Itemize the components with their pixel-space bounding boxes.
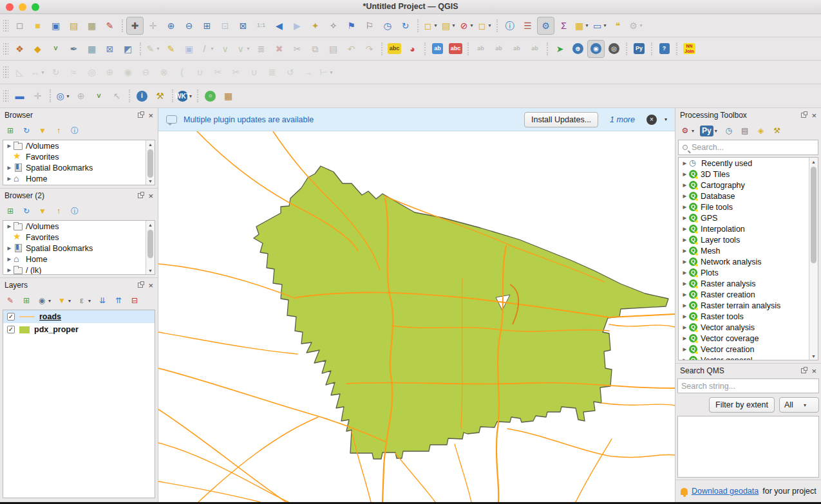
results-viewer-button[interactable]: ▤	[739, 124, 751, 138]
download-geodata-link[interactable]: Download geodata	[692, 487, 759, 496]
scrollbar-track[interactable]	[809, 165, 818, 352]
group-network-analysis[interactable]: ▶ Network analysis	[679, 256, 818, 267]
capture-extent-button[interactable]: ↖	[108, 87, 126, 105]
digitize-segment-button[interactable]: / ▾	[198, 40, 216, 58]
qms-geodata-button[interactable]: ◎	[605, 40, 623, 58]
temporal-controller-button[interactable]: ◷	[379, 17, 396, 35]
processing-toolbox-button[interactable]: ⚙	[537, 17, 554, 35]
select-features-button[interactable]: ◻ ▾	[422, 17, 439, 35]
add-ring-button[interactable]: ◎	[83, 63, 100, 81]
new-mesh-layer-button[interactable]: ◩	[119, 40, 137, 58]
style-manager-button[interactable]: ✎	[101, 17, 118, 35]
group-vector-general[interactable]: ▶ Vector general	[679, 355, 818, 360]
coordinate-info-button[interactable]: i	[133, 87, 151, 105]
layer-name-label[interactable]: pdx_proper	[34, 325, 79, 334]
capture-coordinate-button[interactable]: ⊕	[72, 87, 90, 105]
close-panel-icon[interactable]: ×	[811, 111, 816, 120]
expand-arrow-icon[interactable]: ▶	[5, 223, 14, 229]
scroll-down-button[interactable]: ▼	[146, 266, 155, 274]
close-panel-icon[interactable]: ×	[148, 111, 153, 120]
expand-arrow-icon[interactable]: ▶	[681, 204, 689, 210]
expand-arrow-icon[interactable]: ▶	[681, 324, 689, 330]
browser-item-spatial-bookmarks[interactable]: ▶ Spatial Bookmarks	[3, 243, 155, 254]
refresh-browser-button[interactable]: ↻	[20, 204, 33, 218]
zoom-to-coordinate-button[interactable]: ◎ ▾	[54, 87, 71, 105]
delete-selected-button[interactable]: ✖	[270, 40, 288, 58]
add-selected-layer-button[interactable]: ⊞	[4, 204, 17, 218]
toggle-editing-button[interactable]: ✎	[162, 40, 180, 58]
layer-visibility-checkbox[interactable]: ✓	[7, 326, 15, 333]
expand-arrow-icon[interactable]: ▶	[681, 313, 689, 319]
filter-expression-button[interactable]: ε ▾	[76, 294, 93, 308]
group-vector-coverage[interactable]: ▶ Vector coverage	[679, 333, 818, 344]
scroll-up-button[interactable]: ▲	[146, 221, 155, 229]
pan-to-coordinate-button[interactable]: ✛	[29, 87, 46, 105]
more-notifications-link[interactable]: 1 more	[610, 115, 635, 124]
dismiss-notification-icon[interactable]: ×	[646, 115, 657, 125]
expand-arrow-icon[interactable]: ▶	[5, 267, 14, 273]
group-vector-creation[interactable]: ▶ Vector creation	[679, 344, 818, 355]
history-button[interactable]: ◷	[722, 124, 735, 138]
close-panel-icon[interactable]: ×	[148, 192, 153, 200]
browser2-scrollbar[interactable]: ▲ ▼	[146, 221, 155, 274]
processing-options-button[interactable]: ⚒	[771, 124, 784, 138]
collapse-all-button[interactable]: ↑	[52, 204, 65, 218]
osm-place-search-button[interactable]: ➤	[551, 40, 569, 58]
zoom-in-button[interactable]: ⊕	[162, 17, 180, 35]
select-by-value-button[interactable]: ▤ ▾	[440, 17, 457, 35]
deselect-all-button[interactable]: ⊘ ▾	[458, 17, 475, 35]
browser-item-home[interactable]: ▶ Home	[3, 173, 155, 184]
expand-arrow-icon[interactable]: ▶	[681, 193, 689, 199]
group-raster-analysis[interactable]: ▶ Raster analysis	[679, 278, 818, 289]
zoom-last-button[interactable]: ◀	[270, 17, 288, 35]
group-vector-analysis[interactable]: ▶ Vector analysis	[679, 322, 818, 333]
expand-arrow-icon[interactable]: ▶	[681, 303, 689, 308]
rotate-label-button[interactable]: ab	[508, 40, 525, 58]
layer-item-pdx-proper[interactable]: ✓ pdx_proper	[3, 323, 155, 336]
osm-edit-button[interactable]: ▦	[220, 87, 237, 105]
split-features-button[interactable]: ✂	[209, 63, 227, 81]
qms-search-button[interactable]: ◉	[587, 40, 605, 58]
expand-arrow-icon[interactable]: ▶	[681, 215, 689, 221]
processing-scrollbar[interactable]: ▲ ▼	[809, 158, 818, 360]
layer-labeling-button[interactable]: abc	[386, 40, 403, 58]
new-virtual-layer-button[interactable]: ⊠	[101, 40, 118, 58]
expand-arrow-icon[interactable]: ▶	[681, 226, 689, 232]
browser-item-volumes[interactable]: ▶ /Volumes	[3, 221, 155, 232]
new-spatial-bookmark-button[interactable]: ⚑	[343, 17, 360, 35]
refresh-browser-button[interactable]: ↻	[20, 124, 33, 138]
expand-arrow-icon[interactable]: ▶	[681, 171, 689, 177]
map-tips-button[interactable]: ❝	[609, 17, 627, 35]
identify-features-button[interactable]: ⓘ	[501, 17, 518, 35]
vertex-tool-active-layer-button[interactable]: ∨ ▾	[234, 40, 252, 58]
expand-arrow-icon[interactable]: ▶	[681, 335, 689, 341]
delete-ring-button[interactable]: ⊖	[137, 63, 155, 81]
select-by-location-button[interactable]: ◻ ▾	[476, 17, 493, 35]
zoom-to-selection-button[interactable]: ⊡	[216, 17, 234, 35]
float-panel-icon[interactable]	[801, 113, 806, 118]
filter-by-extent-button[interactable]: Filter by extent	[709, 397, 775, 413]
models-button[interactable]: ⚙ ▾	[679, 124, 696, 138]
nn-join-plugin-button[interactable]: NN Join	[681, 40, 698, 58]
new-shapefile-layer-button[interactable]: V	[47, 40, 64, 58]
cut-features-button[interactable]: ✂	[288, 40, 306, 58]
new-3d-map-view-button[interactable]: ✧	[325, 17, 342, 35]
new-project-button[interactable]: □	[11, 17, 28, 35]
expand-arrow-icon[interactable]: ▶	[681, 292, 689, 297]
qms-scope-select[interactable]: All ▾	[779, 397, 819, 413]
expand-arrow-icon[interactable]: ▶	[681, 237, 689, 243]
digitize-latlon-button[interactable]: V	[90, 87, 108, 105]
browser-item-spatial-bookmarks[interactable]: ▶ Spatial Bookmarks	[3, 162, 155, 173]
reshape-features-button[interactable]: ∪	[191, 63, 209, 81]
expand-arrow-icon[interactable]: ▶	[681, 357, 689, 360]
filter-legend-button[interactable]: ▼ ▾	[56, 294, 73, 308]
processing-search-input[interactable]	[692, 143, 814, 152]
group-layer-tools[interactable]: ▶ Layer tools	[679, 234, 818, 245]
save-layer-edits-button[interactable]: ▣	[180, 40, 198, 58]
new-print-layout-button[interactable]: ▤	[65, 17, 82, 35]
expand-arrow-icon[interactable]: ▶	[681, 281, 689, 286]
scroll-up-button[interactable]: ▲	[809, 158, 818, 165]
group-file-tools[interactable]: ▶ File tools	[679, 201, 818, 212]
scroll-down-button[interactable]: ▼	[809, 352, 818, 360]
qms-search-input[interactable]	[681, 382, 815, 391]
